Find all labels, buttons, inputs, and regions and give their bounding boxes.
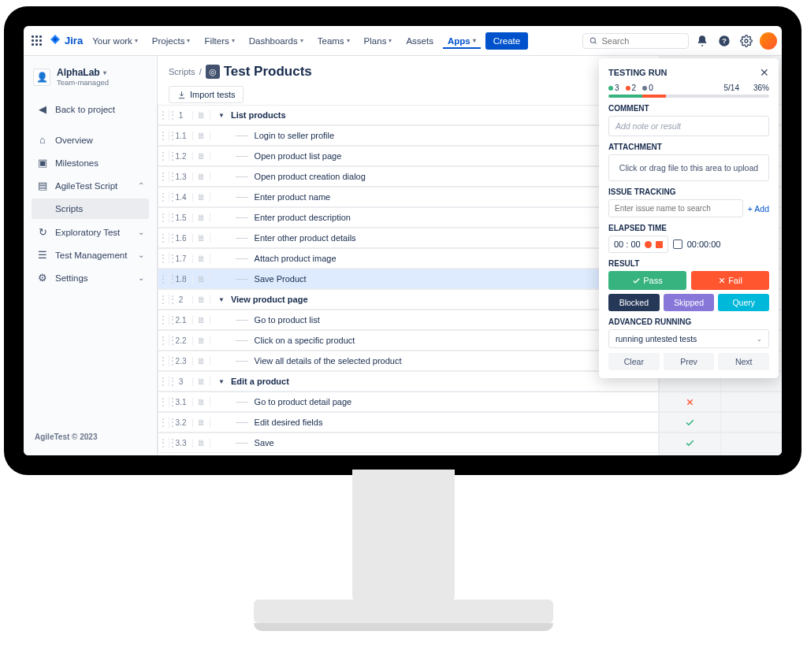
document-icon[interactable]: 🗎 — [193, 172, 210, 181]
test-step-row[interactable]: ⋮⋮1.1🗎──Login to seller profile — [158, 125, 659, 146]
nav-assets[interactable]: Assets — [401, 33, 438, 49]
drag-handle-icon[interactable]: ⋮⋮ — [158, 437, 169, 448]
next-button[interactable]: Next — [718, 353, 769, 370]
drag-handle-icon[interactable]: ⋮⋮ — [158, 191, 169, 202]
blocked-button[interactable]: Blocked — [608, 294, 660, 311]
nav-projects[interactable]: Projects▾ — [147, 33, 195, 49]
jira-logo[interactable]: Jira — [49, 35, 83, 47]
notifications-icon[interactable] — [694, 32, 711, 50]
test-group-row[interactable]: ⋮⋮3🗎▼Edit a product — [158, 371, 659, 392]
result-cell[interactable] — [721, 392, 782, 412]
test-step-row[interactable]: ⋮⋮2.3🗎──View all details of the selected… — [158, 351, 659, 371]
nav-teams[interactable]: Teams▾ — [313, 33, 355, 49]
document-icon[interactable]: 🗎 — [193, 110, 210, 120]
nav-filters[interactable]: Filters▾ — [199, 33, 239, 49]
advanced-select[interactable]: running untested tests ⌄ — [608, 329, 769, 348]
document-icon[interactable]: 🗎 — [193, 315, 210, 325]
result-cell[interactable] — [660, 392, 720, 412]
test-step-row[interactable]: ⋮⋮1.3🗎──Open product creation dialog — [158, 166, 659, 187]
sidebar-overview[interactable]: ⌂Overview — [32, 128, 149, 151]
document-icon[interactable]: 🗎 — [193, 418, 210, 427]
project-selector[interactable]: 👤 AlphaLab ▾ Team-managed — [32, 67, 149, 87]
drag-handle-icon[interactable]: ⋮⋮ — [158, 355, 169, 366]
document-icon[interactable]: 🗎 — [193, 438, 210, 447]
back-to-project[interactable]: ◀Back to project — [32, 98, 149, 121]
drag-handle-icon[interactable]: ⋮⋮ — [158, 232, 169, 243]
document-icon[interactable]: 🗎 — [193, 397, 210, 407]
close-icon[interactable]: ✕ — [760, 66, 769, 79]
add-issue-button[interactable]: + Add — [748, 204, 769, 213]
sidebar-exploratory[interactable]: ↻Exploratory Test⌄ — [32, 221, 149, 243]
user-avatar[interactable] — [760, 32, 777, 50]
fail-button[interactable]: Fail — [691, 271, 769, 290]
document-icon[interactable]: 🗎 — [193, 213, 210, 222]
result-cell[interactable] — [660, 412, 720, 433]
test-step-row[interactable]: ⋮⋮3.1🗎──Go to product detail page — [158, 392, 659, 412]
search-input[interactable] — [582, 33, 689, 49]
comment-input[interactable] — [608, 116, 769, 136]
document-icon[interactable]: 🗎 — [193, 295, 210, 304]
drag-handle-icon[interactable]: ⋮⋮ — [158, 294, 169, 305]
create-button[interactable]: Create — [485, 32, 529, 50]
drag-handle-icon[interactable]: ⋮⋮ — [158, 314, 169, 325]
timer-controls[interactable]: 00 : 00 — [608, 236, 668, 253]
breadcrumb-scripts[interactable]: Scripts — [169, 67, 195, 76]
drag-handle-icon[interactable]: ⋮⋮ — [158, 417, 169, 428]
nav-your-work[interactable]: Your work▾ — [87, 33, 143, 49]
app-switcher-icon[interactable] — [28, 33, 44, 49]
query-button[interactable]: Query — [718, 294, 769, 311]
test-step-row[interactable]: ⋮⋮1.8🗎──Save Product — [158, 269, 659, 289]
drag-handle-icon[interactable]: ⋮⋮ — [158, 150, 169, 162]
drag-handle-icon[interactable]: ⋮⋮ — [158, 376, 169, 387]
sidebar-agiletest-script[interactable]: ▤AgileTest Script⌃ — [32, 174, 149, 197]
test-step-row[interactable]: ⋮⋮1.6🗎──Enter other product details — [158, 228, 659, 248]
document-icon[interactable]: 🗎 — [193, 131, 210, 140]
sidebar-test-management[interactable]: ☰Test Management⌄ — [32, 243, 149, 266]
drag-handle-icon[interactable]: ⋮⋮ — [158, 396, 169, 407]
upload-dropzone[interactable]: Click or drag file to this area to uploa… — [608, 154, 769, 181]
copy-icon[interactable] — [673, 239, 682, 249]
import-tests-button[interactable]: Import tests — [169, 86, 244, 103]
issue-search-input[interactable] — [608, 199, 743, 217]
prev-button[interactable]: Prev — [664, 353, 715, 370]
test-step-row[interactable]: ⋮⋮1.5🗎──Enter product description — [158, 207, 659, 228]
test-step-row[interactable]: ⋮⋮1.4🗎──Enter product name — [158, 187, 659, 207]
drag-handle-icon[interactable]: ⋮⋮ — [158, 212, 169, 223]
test-step-row[interactable]: ⋮⋮2.2🗎──Click on a specific product — [158, 330, 659, 351]
drag-handle-icon[interactable]: ⋮⋮ — [158, 171, 169, 182]
stop-icon[interactable] — [656, 241, 663, 248]
nav-dashboards[interactable]: Dashboards▾ — [244, 33, 308, 49]
drag-handle-icon[interactable]: ⋮⋮ — [158, 335, 169, 346]
drag-handle-icon[interactable]: ⋮⋮ — [158, 130, 169, 141]
test-step-row[interactable]: ⋮⋮3.3🗎──Save — [158, 433, 659, 453]
skipped-button[interactable]: Skipped — [664, 294, 715, 311]
pass-button[interactable]: Pass — [608, 271, 686, 290]
drag-handle-icon[interactable]: ⋮⋮ — [158, 273, 169, 284]
test-step-row[interactable]: ⋮⋮1.7🗎──Attach product image — [158, 248, 659, 269]
settings-icon[interactable] — [738, 32, 755, 50]
document-icon[interactable]: 🗎 — [193, 254, 210, 263]
sidebar-settings[interactable]: ⚙Settings⌄ — [32, 266, 149, 289]
document-icon[interactable]: 🗎 — [193, 377, 210, 386]
clear-button[interactable]: Clear — [608, 353, 660, 370]
document-icon[interactable]: 🗎 — [193, 151, 210, 161]
test-step-row[interactable]: ⋮⋮1.2🗎──Open product list page — [158, 146, 659, 166]
document-icon[interactable]: 🗎 — [193, 356, 210, 366]
document-icon[interactable]: 🗎 — [193, 192, 210, 202]
document-icon[interactable]: 🗎 — [193, 274, 210, 284]
record-icon[interactable] — [645, 241, 652, 248]
result-cell[interactable] — [721, 412, 782, 433]
document-icon[interactable]: 🗎 — [193, 233, 210, 243]
drag-handle-icon[interactable]: ⋮⋮ — [158, 253, 169, 264]
sidebar-milestones[interactable]: ▣Milestones — [32, 151, 149, 174]
document-icon[interactable]: 🗎 — [193, 336, 210, 345]
test-step-row[interactable]: ⋮⋮2.1🗎──Go to product list — [158, 310, 659, 330]
test-group-row[interactable]: ⋮⋮1🗎▼List products — [158, 105, 659, 125]
result-cell[interactable] — [721, 433, 782, 453]
test-step-row[interactable]: ⋮⋮3.2🗎──Edit desired fields — [158, 412, 659, 433]
nav-apps[interactable]: Apps▾ — [443, 33, 481, 49]
test-group-row[interactable]: ⋮⋮2🗎▼View product page — [158, 289, 659, 310]
drag-handle-icon[interactable]: ⋮⋮ — [158, 110, 169, 121]
result-cell[interactable] — [660, 433, 720, 453]
sidebar-scripts[interactable]: Scripts — [32, 199, 149, 219]
